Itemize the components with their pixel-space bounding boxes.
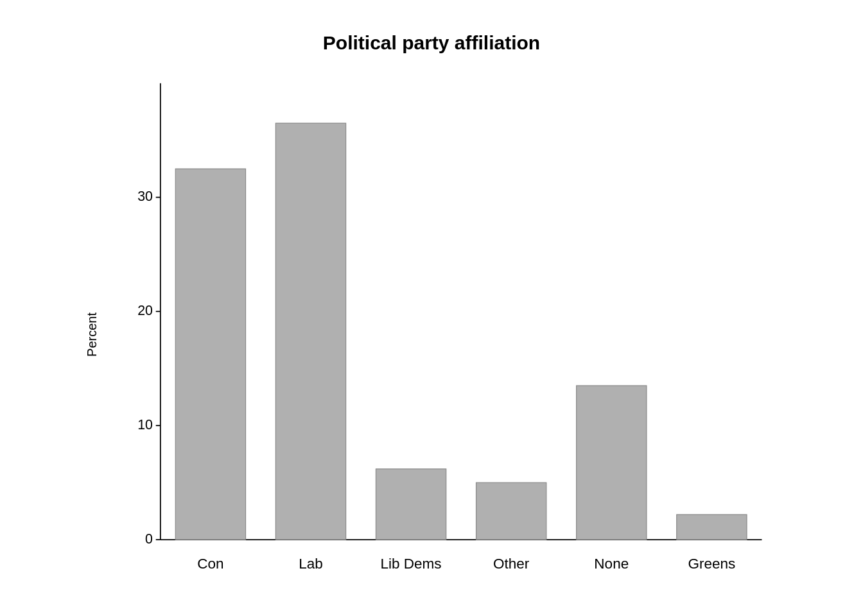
plot-area: 0102030ConLabLib DemsOtherNoneGreens xyxy=(100,67,785,602)
bar-greens xyxy=(677,515,747,540)
bar-label-greens: Greens xyxy=(688,556,735,572)
bar-label-lab: Lab xyxy=(299,556,323,572)
bar-lib-dems xyxy=(376,469,446,540)
svg-container: 0102030ConLabLib DemsOtherNoneGreens xyxy=(100,67,785,602)
chart-title: Political party affiliation xyxy=(323,32,540,54)
svg-text:10: 10 xyxy=(137,417,153,432)
bar-label-none: None xyxy=(594,556,629,572)
bar-none xyxy=(577,386,647,540)
y-axis-label: Percent xyxy=(78,67,100,602)
chart-container: Political party affiliation Percent 0102… xyxy=(78,32,785,584)
bar-label-con: Con xyxy=(197,556,223,572)
bar-label-lib-dems: Lib Dems xyxy=(381,556,442,572)
bar-con xyxy=(175,169,245,540)
svg-text:0: 0 xyxy=(145,531,153,547)
bar-label-other: Other xyxy=(493,556,530,572)
bar-lab xyxy=(275,123,345,540)
svg-text:30: 30 xyxy=(137,189,153,204)
bar-other xyxy=(476,483,546,540)
svg-text:20: 20 xyxy=(137,303,153,318)
